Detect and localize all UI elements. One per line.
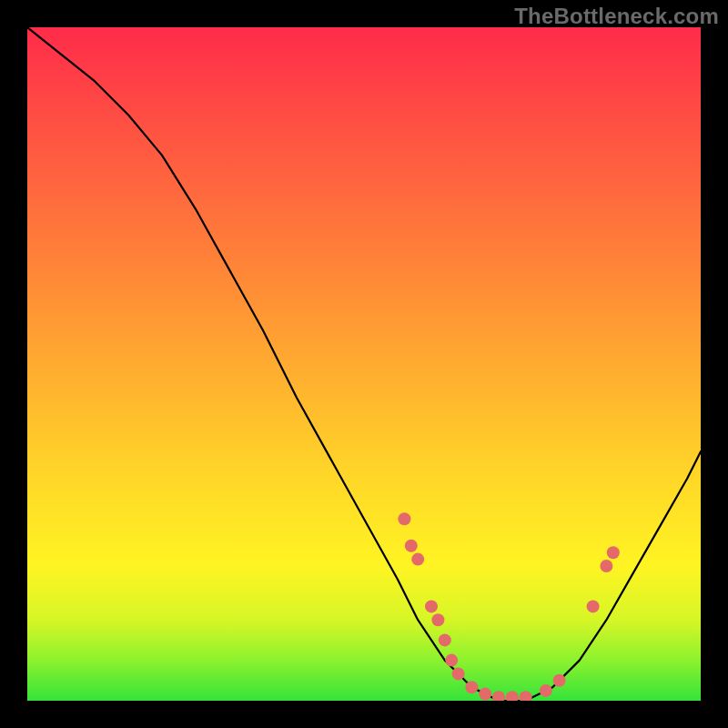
data-marker: [600, 560, 612, 572]
data-marker: [445, 654, 458, 667]
data-marker: [405, 540, 418, 552]
data-marker: [553, 674, 566, 687]
data-marker: [492, 691, 505, 701]
data-marker: [607, 546, 620, 559]
chart-svg: [27, 27, 701, 701]
chart-frame: TheBottleneck.com: [0, 0, 728, 728]
plot-area: [27, 27, 701, 701]
data-marker: [506, 691, 519, 701]
bottleneck-curve: [27, 27, 701, 701]
marker-layer: [398, 512, 619, 701]
data-marker: [452, 667, 465, 680]
data-marker: [431, 613, 444, 626]
data-marker: [465, 681, 478, 693]
data-marker: [439, 633, 451, 646]
data-marker: [520, 691, 532, 701]
data-marker: [398, 512, 410, 525]
watermark-label: TheBottleneck.com: [514, 4, 719, 29]
data-marker: [425, 600, 438, 612]
data-marker: [411, 553, 424, 566]
data-marker: [479, 688, 491, 701]
data-marker: [587, 600, 600, 612]
data-marker: [540, 684, 552, 697]
